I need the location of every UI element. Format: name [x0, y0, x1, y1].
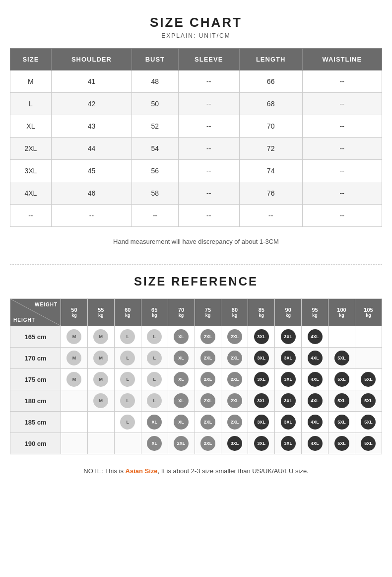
measurement-value: --: [178, 93, 239, 115]
size-badge: 2XL: [200, 372, 215, 387]
ref-table-row: 190 cmXL2XL2XL3XL3XL3XL4XL5XL5XL: [10, 433, 382, 454]
size-badge: XL: [174, 329, 189, 344]
size-badge: 2XL: [200, 436, 215, 451]
size-badge-cell: M: [61, 326, 88, 348]
measurement-value: 52: [132, 115, 178, 138]
size-chart-title: SIZE CHART: [10, 15, 382, 30]
size-badge-cell: 2XL: [195, 348, 221, 369]
bottom-note: NOTE: This is Asian Size, It is about 2-…: [10, 463, 382, 479]
measurement-value: 42: [51, 93, 131, 115]
measurement-value: 74: [239, 160, 302, 182]
size-badge-cell: 5XL: [328, 390, 355, 412]
bottom-note-suffix: , It is about 2-3 size smaller than US/U…: [158, 467, 309, 475]
measurement-value: 45: [51, 160, 131, 182]
size-badge-cell: [87, 433, 114, 454]
col-header-waistline: WAISTLINE: [302, 49, 382, 71]
size-badge: L: [147, 393, 162, 408]
size-badge-cell: XL: [141, 433, 168, 454]
size-badge: 5XL: [361, 415, 376, 430]
weight-col-header: 60kg: [114, 299, 141, 326]
table-row: XL4352--70--: [10, 115, 382, 138]
ref-table-row: 165 cmMMLLXL2XL2XL3XL3XL4XL: [10, 326, 382, 348]
size-badge-cell: L: [141, 369, 168, 390]
size-badge-cell: [87, 412, 114, 433]
col-header-sleeve: SLEEVE: [178, 49, 239, 71]
size-badge-cell: 2XL: [195, 433, 221, 454]
size-label: L: [10, 93, 52, 115]
table-row: M4148--66--: [10, 71, 382, 93]
size-badge: 3XL: [281, 351, 296, 365]
measurement-value: --: [302, 160, 382, 182]
measurement-value: --: [178, 71, 239, 93]
size-badge-cell: 3XL: [248, 326, 275, 348]
size-badge-cell: 3XL: [275, 369, 302, 390]
size-badge: 5XL: [334, 351, 349, 365]
size-badge: 3XL: [281, 436, 296, 451]
size-badge: 3XL: [254, 351, 269, 365]
measurement-value: 58: [132, 182, 178, 205]
measurement-value: --: [51, 205, 131, 227]
size-badge-cell: [61, 390, 88, 412]
col-header-length: LENGTH: [239, 49, 302, 71]
ref-table-row: 180 cmMLLXL2XL2XL3XL3XL4XL5XL5XL: [10, 390, 382, 412]
size-badge: 4XL: [308, 372, 323, 387]
weight-label: WEIGHT: [35, 302, 58, 307]
measurement-value: --: [178, 160, 239, 182]
size-badge: M: [66, 372, 81, 387]
size-badge: 4XL: [308, 329, 323, 344]
size-badge: 4XL: [308, 351, 323, 365]
size-badge-cell: L: [114, 326, 141, 348]
table-header-row: SIZESHOULDERBUSTSLEEVELENGTHWAISTLINE: [10, 49, 382, 71]
height-label: HEIGHT: [13, 317, 35, 323]
size-badge-cell: 5XL: [355, 390, 382, 412]
weight-col-header: 95kg: [302, 299, 328, 326]
size-badge-cell: 5XL: [328, 412, 355, 433]
size-badge-cell: 3XL: [248, 412, 275, 433]
table-row: L4250--68--: [10, 93, 382, 115]
size-badge: 4XL: [308, 436, 323, 451]
weight-col-header: 50kg: [61, 299, 88, 326]
size-badge-cell: 3XL: [275, 348, 302, 369]
size-badge-cell: [61, 412, 88, 433]
size-badge-cell: M: [87, 326, 114, 348]
size-chart-subtitle: EXPLAIN: UNIT/CM: [10, 32, 382, 39]
size-badge-cell: M: [87, 390, 114, 412]
size-badge-cell: XL: [168, 412, 195, 433]
measurement-value: --: [302, 182, 382, 205]
size-badge: 5XL: [361, 393, 376, 408]
size-reference-section: SIZE REFERENCE WEIGHT HEIGHT 50kg55kg60k…: [10, 275, 382, 479]
size-label: 3XL: [10, 160, 52, 182]
weight-col-header: 75kg: [195, 299, 221, 326]
measurement-value: 72: [239, 138, 302, 160]
size-badge-cell: 5XL: [328, 348, 355, 369]
weight-col-header: 90kg: [275, 299, 302, 326]
size-badge-cell: 3XL: [248, 433, 275, 454]
size-badge: XL: [174, 415, 189, 430]
ref-table-row: 185 cmLXLXL2XL2XL3XL3XL4XL5XL5XL: [10, 412, 382, 433]
ref-table-row: 170 cmMMLLXL2XL2XL3XL3XL4XL5XL: [10, 348, 382, 369]
size-badge: L: [147, 372, 162, 387]
measurement-value: --: [302, 205, 382, 227]
size-label: --: [10, 205, 52, 227]
measurement-value: 48: [132, 71, 178, 93]
size-badge-cell: 5XL: [355, 433, 382, 454]
measurement-value: --: [302, 115, 382, 138]
size-badge-cell: L: [114, 369, 141, 390]
size-badge-cell: XL: [168, 348, 195, 369]
size-badge-cell: 3XL: [275, 390, 302, 412]
weight-col-header: 100kg: [328, 299, 355, 326]
size-badge-cell: L: [141, 326, 168, 348]
height-cell: 185 cm: [10, 412, 61, 433]
height-cell: 165 cm: [10, 326, 61, 348]
size-badge-cell: 3XL: [221, 433, 248, 454]
ref-table-row: 175 cmMMLLXL2XL2XL3XL3XL4XL5XL5XL: [10, 369, 382, 390]
size-badge: 5XL: [334, 415, 349, 430]
measurement-value: 56: [132, 160, 178, 182]
size-badge-cell: 2XL: [168, 433, 195, 454]
measurement-value: 54: [132, 138, 178, 160]
measurement-value: --: [178, 205, 239, 227]
size-badge-cell: XL: [168, 326, 195, 348]
measurement-value: 43: [51, 115, 131, 138]
size-badge-cell: 3XL: [248, 348, 275, 369]
size-badge: M: [93, 351, 108, 365]
